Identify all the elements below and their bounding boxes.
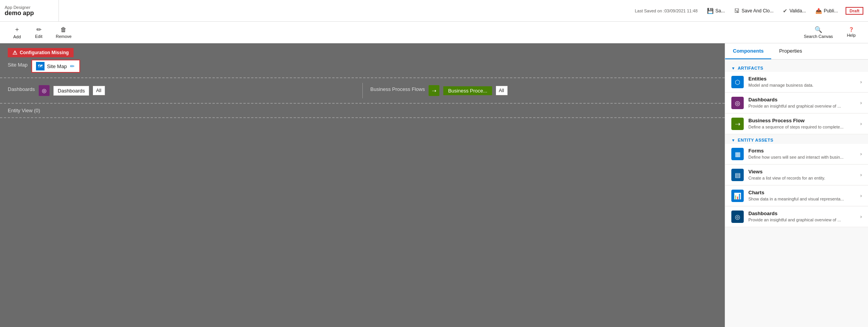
warning-icon: ⚠ [12, 50, 17, 56]
dashboards-section: Dashboards ◎ Dashboards All Business Pro… [0, 78, 725, 104]
views-text: Views Create a list view of records for … [748, 169, 856, 181]
dashboards-chip[interactable]: Dashboards [53, 86, 89, 96]
main-layout: ⚠ Configuration Missing Site Map 🗺 Site … [0, 43, 868, 327]
header-right: Last Saved on :03/09/2021 11:48 💾 Sa... … [635, 0, 863, 21]
bpf-component[interactable]: ⇢ Business Process Flow Define a sequenc… [725, 114, 868, 134]
dashboards-comp-icon: ◎ [731, 97, 744, 109]
bpf-label: Business Process Flows [371, 86, 425, 92]
top-header: App Designer demo app Last Saved on :03/… [0, 0, 868, 22]
views-title: Views [748, 169, 856, 175]
canvas-area: ⚠ Configuration Missing Site Map 🗺 Site … [0, 43, 725, 327]
entities-title: Entities [748, 76, 856, 82]
dashboards2-component[interactable]: ◎ Dashboards Provide an insightful and g… [725, 207, 868, 227]
tab-properties[interactable]: Properties [771, 43, 810, 59]
save-icon: 💾 [707, 8, 714, 14]
dashboards2-chevron: › [860, 214, 862, 219]
header-actions [59, 0, 635, 21]
draft-badge[interactable]: Draft [846, 7, 863, 15]
forms-title: Forms [748, 148, 856, 154]
charts-chevron: › [860, 193, 862, 199]
dash-row: Dashboards ◎ Dashboards All Business Pro… [8, 83, 717, 98]
dashboards2-text: Dashboards Provide an insightful and gra… [748, 211, 856, 223]
forms-component[interactable]: ▦ Forms Define how users will see and in… [725, 144, 868, 164]
panel-tabs: Components Properties [725, 43, 868, 60]
help-icon: ❓ [849, 27, 854, 32]
site-map-section: ⚠ Configuration Missing Site Map 🗺 Site … [0, 43, 725, 78]
bpf-all[interactable]: All [496, 86, 508, 95]
publish-icon: 📤 [815, 8, 822, 14]
entities-text: Entities Model and manage business data. [748, 76, 856, 88]
config-missing-bar: ⚠ Configuration Missing [8, 48, 74, 57]
artifacts-section-header: ▼ ARTIFACTS [725, 63, 868, 72]
app-info: App Designer demo app [5, 0, 59, 21]
section-divider [362, 83, 363, 98]
charts-text: Charts Show data in a meaningful and vis… [748, 190, 856, 202]
views-desc: Create a list view of records for an ent… [748, 175, 856, 181]
add-icon: ＋ [14, 26, 20, 34]
search-canvas-button[interactable]: 🔍 Search Canvas [798, 24, 839, 41]
dashboards-comp-title: Dashboards [748, 97, 856, 103]
charts-desc: Show data in a meaningful and visual rep… [748, 196, 856, 202]
bpf-comp-text: Business Process Flow Define a sequence … [748, 118, 856, 130]
dashboards-comp-chevron: › [860, 100, 862, 106]
validate-button[interactable]: ✔ Valida... [778, 0, 810, 21]
entities-chevron: › [860, 79, 862, 85]
tab-components[interactable]: Components [725, 43, 771, 59]
search-icon: 🔍 [815, 26, 822, 33]
dashboards-label: Dashboards [8, 86, 35, 92]
collapse-entity-assets-icon[interactable]: ▼ [731, 138, 735, 142]
entity-view-label: Entity View (0) [8, 108, 40, 113]
remove-button[interactable]: 🗑 Remove [51, 24, 76, 41]
dashboards2-desc: Provide an insightful and graphical over… [748, 217, 856, 223]
remove-icon: 🗑 [60, 26, 67, 33]
dashboards-comp-desc: Provide an insightful and graphical over… [748, 103, 856, 109]
dashboards-all[interactable]: All [93, 86, 105, 95]
edit-site-map-button[interactable]: ✏ [69, 62, 75, 70]
publish-button[interactable]: 📤 Publi... [811, 0, 843, 21]
bpf-right: Business Process Flows ⇢ Business Proce.… [371, 85, 717, 96]
dashboards-component[interactable]: ◎ Dashboards Provide an insightful and g… [725, 93, 868, 113]
bpf-comp-desc: Define a sequence of steps required to c… [748, 124, 856, 130]
charts-icon: 📊 [731, 190, 744, 202]
bpf-comp-icon: ⇢ [731, 118, 744, 130]
panel-content: ▼ ARTIFACTS ⬡ Entities Model and manage … [725, 60, 868, 327]
dashboards2-icon: ◎ [731, 211, 744, 223]
dashboards-left: Dashboards ◎ Dashboards All [8, 85, 355, 96]
views-chevron: › [860, 172, 862, 178]
entities-desc: Model and manage business data. [748, 82, 856, 88]
bpf-comp-chevron: › [860, 121, 862, 127]
site-map-chip[interactable]: 🗺 Site Map ✏ [31, 60, 80, 73]
toolbar: ＋ Add ✏ Edit 🗑 Remove 🔍 Search Canvas ❓ … [0, 22, 868, 43]
help-button[interactable]: ❓ Help [842, 25, 860, 40]
validate-icon: ✔ [783, 8, 787, 14]
app-name: demo app [5, 10, 52, 17]
add-button[interactable]: ＋ Add [8, 23, 26, 41]
forms-icon: ▦ [731, 148, 744, 160]
site-map-icon: 🗺 [36, 62, 45, 70]
entities-icon: ⬡ [731, 76, 744, 88]
app-designer-label: App Designer [5, 5, 52, 10]
entity-assets-section-header: ▼ ENTITY ASSETS [725, 135, 868, 144]
site-map-row: Site Map 🗺 Site Map ✏ [8, 60, 717, 73]
charts-title: Charts [748, 190, 856, 195]
site-map-label: Site Map [8, 62, 27, 68]
entity-view-section: Entity View (0) [0, 104, 725, 118]
save-info: Last Saved on :03/09/2021 11:48 [635, 9, 702, 13]
views-icon: ▤ [731, 169, 744, 181]
bpf-comp-title: Business Process Flow [748, 118, 856, 123]
edit-button[interactable]: ✏ Edit [29, 24, 48, 41]
save-and-close-button[interactable]: 🖫 Save And Clo... [729, 0, 778, 21]
views-component[interactable]: ▤ Views Create a list view of records fo… [725, 165, 868, 185]
save-button[interactable]: 💾 Sa... [702, 0, 730, 21]
dashboards2-title: Dashboards [748, 211, 856, 216]
bpf-chip[interactable]: Business Proce... [443, 86, 492, 95]
save-close-icon: 🖫 [734, 8, 739, 14]
charts-component[interactable]: 📊 Charts Show data in a meaningful and v… [725, 186, 868, 206]
entities-component[interactable]: ⬡ Entities Model and manage business dat… [725, 72, 868, 92]
collapse-artifacts-icon[interactable]: ▼ [731, 66, 735, 70]
forms-text: Forms Define how users will see and inte… [748, 148, 856, 160]
dashboards-comp-text: Dashboards Provide an insightful and gra… [748, 97, 856, 109]
dashboards-icon: ◎ [39, 85, 50, 96]
forms-desc: Define how users will see and interact w… [748, 154, 856, 160]
edit-icon: ✏ [36, 26, 41, 33]
